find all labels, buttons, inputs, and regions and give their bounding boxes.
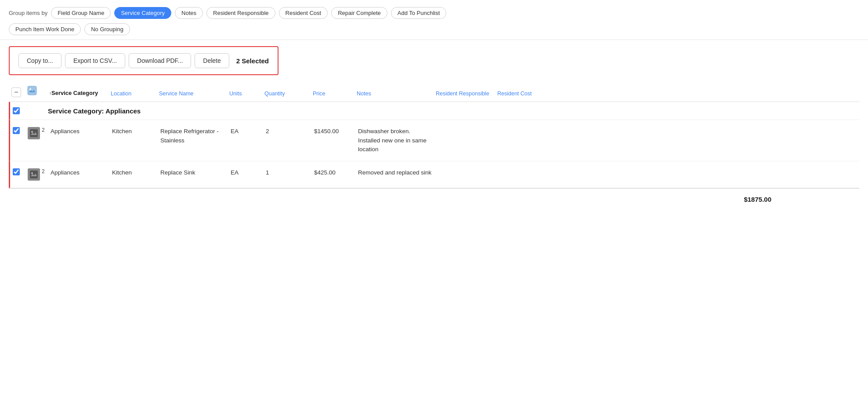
row2-service-name: Replace Sink (158, 167, 228, 178)
delete-button[interactable]: Delete (195, 53, 229, 68)
row1-checkbox[interactable] (13, 127, 20, 134)
row2-image-count: 2 (42, 168, 45, 174)
table-row: 2 Appliances Kitchen Replace Refrigerato… (9, 120, 859, 161)
col-resident-responsible-header[interactable]: Resident Responsible (433, 88, 495, 99)
row1-units: EA (228, 126, 263, 137)
row1-price: $1450.00 (311, 126, 355, 137)
group-items-label: Group items by (9, 10, 47, 16)
table-container: − ↑ Service Category Location Service Na… (0, 81, 868, 188)
col-image-header (25, 84, 47, 99)
table-header: − ↑ Service Category Location Service Na… (9, 81, 859, 102)
pill-field-group-name[interactable]: Field Group Name (51, 7, 111, 19)
svg-point-5 (31, 172, 33, 174)
row1-checkbox-cell[interactable] (10, 126, 26, 135)
table-row: 2 Appliances Kitchen Replace Sink EA 1 $… (9, 161, 859, 188)
row1-notes: Dishwasher broken. Installed new one in … (355, 126, 434, 155)
row2-image-cell[interactable]: 2 (26, 167, 48, 182)
col-service-name-header[interactable]: Service Name (156, 88, 227, 99)
row2-service-category: Appliances (48, 167, 109, 178)
col-service-category-header[interactable]: ↑ Service Category (47, 88, 108, 99)
row2-resident-cost (496, 167, 540, 169)
col-units-header[interactable]: Units (227, 88, 262, 99)
pill-resident-cost[interactable]: Resident Cost (279, 7, 328, 19)
svg-point-1 (29, 88, 31, 90)
pill-repair-complete[interactable]: Repair Complete (331, 7, 387, 19)
action-bar: Copy to... Export to CSV... Download PDF… (9, 46, 278, 75)
col-resident-cost-header[interactable]: Resident Cost (495, 88, 539, 99)
row2-checkbox-cell[interactable] (10, 167, 26, 176)
selected-count: 2 Selected (236, 57, 269, 65)
pill-notes[interactable]: Notes (175, 7, 203, 19)
svg-rect-0 (28, 86, 36, 95)
row2-image-icon (28, 168, 40, 181)
row2-units: EA (228, 167, 263, 178)
second-row: Punch Item Work Done No Grouping (9, 23, 859, 35)
row1-service-name: Replace Refrigerator - Stainless (158, 126, 228, 146)
row1-service-category: Appliances (48, 126, 109, 137)
col-location-header[interactable]: Location (108, 88, 156, 99)
pill-add-to-punchlist[interactable]: Add To Punchlist (391, 7, 447, 19)
row2-location: Kitchen (109, 167, 158, 178)
col-price-header[interactable]: Price (310, 88, 354, 99)
row2-notes: Removed and replaced sink (355, 167, 434, 178)
collapse-button[interactable]: − (11, 87, 21, 97)
col-notes-header[interactable]: Notes (354, 88, 433, 99)
group-items-row: Group items by Field Group Name Service … (9, 7, 859, 19)
total-row: $1875.00 (9, 188, 859, 210)
row1-image-icon (28, 127, 40, 139)
pill-punch-item-work-done[interactable]: Punch Item Work Done (9, 23, 81, 35)
row1-image-cell[interactable]: 2 (26, 126, 48, 140)
copy-to-button[interactable]: Copy to... (18, 53, 61, 68)
row1-resident-cost (496, 126, 540, 128)
row2-price: $425.00 (311, 167, 355, 178)
group-checkbox[interactable] (13, 107, 20, 114)
total-amount: $1875.00 (744, 196, 771, 203)
export-csv-button[interactable]: Export to CSV... (65, 53, 125, 68)
pill-no-grouping[interactable]: No Grouping (84, 23, 130, 35)
group-appliances-row: Service Category: Appliances (9, 102, 859, 120)
group-title: Service Category: Appliances (48, 107, 540, 115)
svg-rect-2 (30, 129, 38, 137)
row1-image-count: 2 (42, 127, 45, 133)
svg-rect-4 (30, 171, 38, 178)
row1-resident-responsible (434, 126, 496, 128)
pill-resident-responsible[interactable]: Resident Responsible (206, 7, 275, 19)
group-checkbox-cell[interactable] (10, 106, 26, 115)
row1-quantity: 2 (263, 126, 311, 137)
row2-resident-responsible (434, 167, 496, 169)
row2-quantity: 1 (263, 167, 311, 178)
col-toggle-header: − (9, 86, 25, 99)
col-quantity-header[interactable]: Quantity (262, 88, 310, 99)
download-pdf-button[interactable]: Download PDF... (129, 53, 191, 68)
row2-checkbox[interactable] (13, 168, 20, 175)
pill-service-category[interactable]: Service Category (114, 7, 171, 19)
row1-location: Kitchen (109, 126, 158, 137)
svg-point-3 (31, 131, 33, 133)
